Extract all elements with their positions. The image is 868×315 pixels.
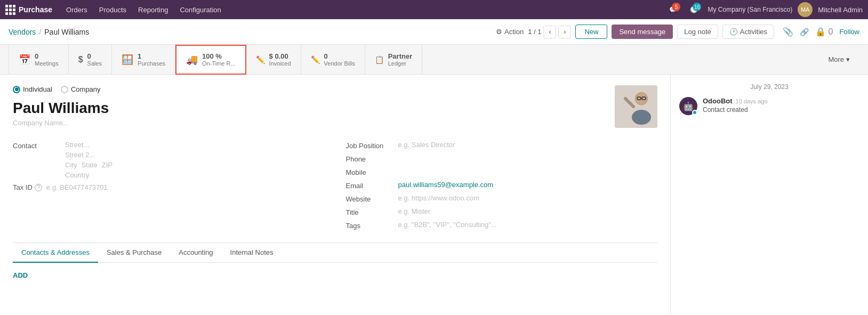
website-label: Website — [346, 194, 394, 203]
navbar-brand[interactable]: Purchase — [5, 5, 52, 15]
ontime-count: 100 % — [202, 52, 236, 60]
meetings-count: 0 — [35, 52, 59, 60]
email-value[interactable]: paul.williams59@example.com — [398, 181, 494, 189]
job-position-row: Job Position e.g. Sales Director — [346, 141, 658, 150]
state-field[interactable]: State — [81, 161, 97, 169]
navbar-right: 💬 5 🕐 16 My Company (San Francisco) MA M… — [669, 2, 863, 17]
dollar-icon: $ — [78, 55, 83, 64]
clock-activities-icon: 🕐 — [729, 28, 738, 36]
contact-label: Contact — [13, 141, 61, 150]
form-panel: Individual Company Paul Williams Company… — [0, 75, 671, 315]
attachment-icon[interactable]: 📎 — [783, 27, 793, 37]
nav-products[interactable]: Products — [94, 0, 132, 19]
company-option[interactable]: Company — [61, 85, 101, 93]
odoobot-avatar: 🤖 — [679, 97, 697, 115]
tab-internal-notes[interactable]: Internal Notes — [222, 243, 282, 263]
navbar-menu: Orders Products Reporting Configuration — [61, 0, 666, 19]
next-button[interactable]: › — [558, 26, 571, 38]
add-button[interactable]: ADD — [13, 271, 28, 279]
nav-configuration[interactable]: Configuration — [174, 0, 226, 19]
tabs-container: Contacts & Addresses Sales & Purchase Ac… — [13, 243, 657, 288]
tab-contacts[interactable]: Contacts & Addresses — [13, 243, 98, 263]
chatter-message: 🤖 OdooBot 10 days ago Contact created — [679, 97, 859, 115]
log-note-button[interactable]: Log note — [677, 25, 718, 39]
help-icon[interactable]: ? — [35, 184, 42, 191]
smart-btn-meetings[interactable]: 📅 0 Meetings — [9, 45, 69, 75]
contact-field-row: Contact Street... Street 2... City State… — [13, 141, 325, 179]
company-radio[interactable] — [61, 86, 68, 93]
nav-reporting[interactable]: Reporting — [133, 0, 173, 19]
paperclip-icon[interactable]: 🔗 — [800, 28, 809, 36]
invoice-icon: ✏️ — [256, 55, 265, 64]
chat-badge: 5 — [672, 3, 680, 11]
new-button[interactable]: New — [575, 25, 607, 39]
title-field[interactable]: e.g. Mister — [398, 207, 431, 215]
partner-ledger-label: Ledger — [388, 60, 413, 67]
gear-icon: ⚙ — [496, 28, 502, 36]
invoiced-count: $ 0.00 — [269, 52, 291, 60]
action-icons: 📎 🔗 🔒 0 Follow — [783, 27, 859, 37]
tab-content: ADD — [13, 263, 657, 288]
nav-orders[interactable]: Orders — [61, 0, 93, 19]
avatar-status-dot — [692, 110, 697, 115]
tab-accounting[interactable]: Accounting — [170, 243, 221, 263]
send-message-button[interactable]: Send message — [612, 25, 673, 39]
pagination: 1 / 1 ‹ › — [528, 26, 571, 38]
sales-label: Sales — [87, 60, 102, 67]
clock-button[interactable]: 🕐 16 — [690, 6, 698, 13]
user-avatar[interactable]: MA — [798, 2, 813, 17]
chevron-down-icon: ▾ — [846, 55, 850, 63]
action-button[interactable]: ⚙ Action — [496, 28, 524, 36]
contact-type-group: Individual Company — [13, 85, 657, 93]
chatter-date: July 29, 2023 — [679, 83, 859, 91]
sales-count: 0 — [87, 52, 102, 60]
tags-field[interactable]: e.g. "B2B", "VIP", "Consulting"... — [398, 221, 497, 229]
company-name-field[interactable]: Company Name... — [13, 119, 657, 127]
breadcrumb-current: Paul Williams — [44, 28, 89, 36]
street2-field[interactable]: Street 2... — [65, 151, 112, 159]
tags-row: Tags e.g. "B2B", "VIP", "Consulting"... — [346, 221, 658, 230]
phone-row: Phone — [346, 154, 658, 163]
street-field[interactable]: Street... — [65, 141, 112, 149]
clock-badge: 16 — [693, 3, 701, 11]
form-top: Individual Company Paul Williams Company… — [13, 85, 657, 132]
country-field[interactable]: Country — [65, 171, 112, 179]
more-button[interactable]: More ▾ — [818, 45, 859, 75]
job-position-field[interactable]: e.g. Sales Director — [398, 141, 455, 149]
tax-id-field[interactable]: e.g. BE0477473701 — [46, 183, 108, 191]
individual-radio[interactable] — [13, 86, 20, 93]
website-field[interactable]: e.g. https://www.odoo.com — [398, 194, 479, 202]
smart-btn-vendor-bills[interactable]: ✏️ 0 Vendor Bills — [301, 45, 365, 75]
smart-btn-sales[interactable]: $ 0 Sales — [69, 45, 112, 75]
smart-btn-invoiced[interactable]: ✏️ $ 0.00 Invoiced — [246, 45, 301, 75]
job-position-label: Job Position — [346, 141, 394, 150]
smart-btn-ontime[interactable]: 🚚 100 % On-Time R... — [175, 45, 246, 75]
smart-btn-partner-ledger[interactable]: 📋 Partner Ledger — [365, 45, 423, 75]
address-fields: Street... Street 2... City State ZIP Cou… — [65, 141, 112, 179]
email-row: Email paul.williams59@example.com — [346, 181, 658, 190]
tax-id-label: Tax ID ? — [13, 183, 42, 191]
tabs-nav: Contacts & Addresses Sales & Purchase Ac… — [13, 243, 657, 263]
chat-button[interactable]: 💬 5 — [669, 6, 677, 13]
message-text: Contact created — [703, 106, 859, 114]
zip-field[interactable]: ZIP — [102, 161, 112, 169]
content-area: Individual Company Paul Williams Company… — [0, 75, 868, 315]
mobile-label: Mobile — [346, 167, 394, 176]
tab-sales-purchase[interactable]: Sales & Purchase — [98, 243, 170, 263]
user-lock-icon[interactable]: 🔒 0 — [815, 27, 833, 37]
breadcrumb-parent[interactable]: Vendors — [9, 28, 36, 36]
vendor-bills-count: 0 — [324, 52, 355, 60]
activities-button[interactable]: 🕐 Activities — [722, 25, 774, 39]
city-field[interactable]: City — [65, 161, 77, 169]
chatter-panel: July 29, 2023 🤖 OdooBot 10 days ago Cont… — [671, 75, 868, 315]
smart-btn-purchases[interactable]: 🪟 1 Purchases — [112, 45, 175, 75]
contact-name: Paul Williams — [13, 100, 657, 117]
title-row: Title e.g. Mister — [346, 207, 658, 216]
purchase-icon: 🪟 — [122, 54, 133, 66]
prev-button[interactable]: ‹ — [543, 26, 556, 38]
individual-option[interactable]: Individual — [13, 85, 52, 93]
follow-button[interactable]: Follow — [839, 28, 859, 36]
user-name: Mitchell Admin — [818, 6, 863, 14]
ontime-label: On-Time R... — [202, 60, 236, 67]
breadcrumb: Vendors / Paul Williams — [9, 28, 491, 36]
